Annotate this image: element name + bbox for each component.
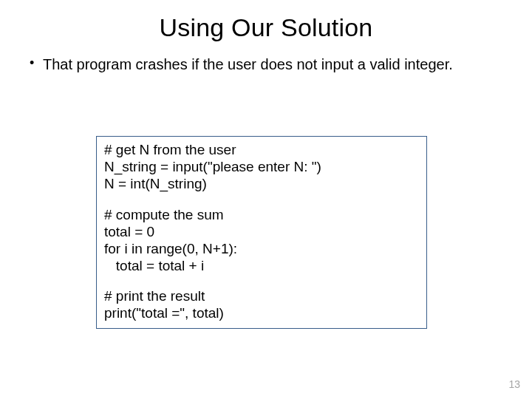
code-line: N = int(N_string): [104, 175, 419, 192]
bullet-item: That program crashes if the user does no…: [30, 55, 510, 73]
code-block-input: # get N from the user N_string = input("…: [104, 141, 419, 193]
code-line: print("total =", total): [104, 304, 419, 321]
code-line: for i in range(0, N+1):: [104, 240, 419, 257]
code-line: # compute the sum: [104, 206, 419, 223]
slide: Using Our Solution That program crashes …: [0, 0, 532, 399]
code-box: # get N from the user N_string = input("…: [96, 136, 427, 329]
code-line: total = 0: [104, 223, 419, 240]
code-line: # get N from the user: [104, 141, 419, 158]
code-block-compute: # compute the sum total = 0 for i in ran…: [104, 206, 419, 275]
code-line: N_string = input("please enter N: "): [104, 158, 419, 175]
page-number: 13: [508, 378, 520, 390]
code-block-print: # print the result print("total =", tota…: [104, 287, 419, 321]
code-line: # print the result: [104, 287, 419, 304]
page-title: Using Our Solution: [0, 0, 532, 42]
code-line: total = total + i: [104, 257, 419, 274]
bullet-list: That program crashes if the user does no…: [0, 55, 532, 73]
